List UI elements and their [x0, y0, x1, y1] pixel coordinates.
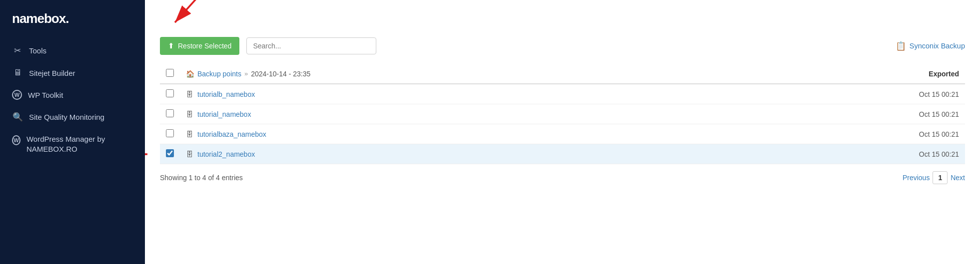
cell-name: 🗄 tutorial_namebox [186, 110, 742, 118]
pagination: Previous 1 Next [903, 171, 965, 184]
sidebar: namebox. ✂ Tools 🖥 Sitejet Builder W WP … [0, 0, 145, 264]
content-area: ⬆ Restore Selected 📋 Synconix Backup 🏠 B… [145, 0, 980, 199]
table-footer: Showing 1 to 4 of 4 entries Previous 1 N… [160, 171, 965, 184]
svg-line-1 [175, 0, 197, 22]
synconix-icon: 📋 [896, 41, 906, 51]
db-icon: 🗄 [186, 150, 193, 158]
breadcrumb-date: 2024-10-14 - 23:35 [251, 70, 310, 78]
cell-name: 🗄 tutorialbaza_namebox [186, 130, 742, 138]
exported-date-2: Oct 15 00:21 [748, 104, 965, 124]
synconix-backup-link[interactable]: 📋 Synconix Backup [896, 41, 965, 51]
sidebar-item-label: Sitejet Builder [29, 69, 75, 77]
sidebar-item-wptoolkit[interactable]: W WP Toolkit [0, 84, 145, 106]
sidebar-nav: ✂ Tools 🖥 Sitejet Builder W WP Toolkit 🔍… [0, 35, 145, 165]
db-link-4[interactable]: tutorial2_namebox [197, 150, 255, 158]
col-exported-header: Exported [748, 64, 965, 84]
cell-name: 🗄 tutorial2_namebox [186, 150, 742, 158]
db-icon: 🗄 [186, 110, 193, 118]
backup-table: 🏠 Backup points » 2024-10-14 - 23:35 Exp… [160, 64, 965, 164]
db-link-2[interactable]: tutorial_namebox [197, 110, 251, 118]
sidebar-item-label: WP Toolkit [28, 91, 63, 99]
arrow-annotation-right [145, 147, 155, 162]
sidebar-item-label: Tools [29, 46, 46, 55]
breadcrumb: 🏠 Backup points » 2024-10-14 - 23:35 [186, 70, 742, 78]
logo: namebox. [0, 0, 145, 35]
tools-icon: ✂ [12, 45, 23, 56]
wordpress-icon: W [12, 135, 20, 145]
main-content: ⬆ Restore Selected 📋 Synconix Backup 🏠 B… [145, 0, 980, 264]
breadcrumb-separator: » [244, 70, 248, 77]
exported-date-4: Oct 15 00:21 [748, 144, 965, 164]
backup-points-link[interactable]: Backup points [197, 70, 241, 78]
search-input[interactable] [246, 37, 376, 54]
row-checkbox-4[interactable] [166, 149, 174, 157]
sidebar-item-wp-manager[interactable]: W WordPress Manager by NAMEBOX.RO [0, 128, 145, 161]
sidebar-item-site-quality[interactable]: 🔍 Site Quality Monitoring [0, 106, 145, 128]
page-number[interactable]: 1 [933, 171, 948, 184]
previous-button[interactable]: Previous [903, 174, 930, 182]
db-link-3[interactable]: tutorialbaza_namebox [197, 130, 266, 138]
row-checkbox-2[interactable] [166, 109, 174, 117]
arrow-annotation-down [155, 0, 215, 30]
db-icon: 🗄 [186, 90, 193, 98]
synconix-label: Synconix Backup [910, 42, 965, 50]
toolbar: ⬆ Restore Selected 📋 Synconix Backup [160, 37, 965, 55]
showing-entries-text: Showing 1 to 4 of 4 entries [160, 174, 243, 182]
sitejet-icon: 🖥 [12, 68, 23, 78]
select-all-checkbox[interactable] [166, 69, 174, 77]
db-link-1[interactable]: tutorialb_namebox [197, 90, 255, 98]
home-icon: 🏠 [186, 70, 194, 78]
restore-icon: ⬆ [168, 41, 174, 50]
next-button[interactable]: Next [951, 174, 965, 182]
row-checkbox-3[interactable] [166, 129, 174, 137]
cell-name: 🗄 tutorialb_namebox [186, 90, 742, 98]
db-icon: 🗄 [186, 130, 193, 138]
table-row: 🗄 tutorialbaza_namebox Oct 15 00:21 [160, 124, 965, 144]
row-checkbox-1[interactable] [166, 89, 174, 97]
exported-date-1: Oct 15 00:21 [748, 84, 965, 104]
sidebar-item-label: Site Quality Monitoring [29, 113, 104, 121]
sidebar-item-tools[interactable]: ✂ Tools [0, 39, 145, 62]
sidebar-item-label: WordPress Manager by NAMEBOX.RO [26, 134, 133, 155]
table-row: 🗄 tutorialb_namebox Oct 15 00:21 [160, 84, 965, 104]
table-row-selected: 🗄 tutorial2_namebox Oct 15 00:21 [160, 144, 965, 164]
restore-selected-button[interactable]: ⬆ Restore Selected [160, 37, 239, 55]
table-row: 🗄 tutorial_namebox Oct 15 00:21 [160, 104, 965, 124]
restore-button-label: Restore Selected [178, 42, 231, 50]
sidebar-item-sitejet[interactable]: 🖥 Sitejet Builder [0, 62, 145, 84]
wp-icon: W [12, 90, 22, 100]
search-icon: 🔍 [12, 112, 23, 122]
exported-date-3: Oct 15 00:21 [748, 124, 965, 144]
